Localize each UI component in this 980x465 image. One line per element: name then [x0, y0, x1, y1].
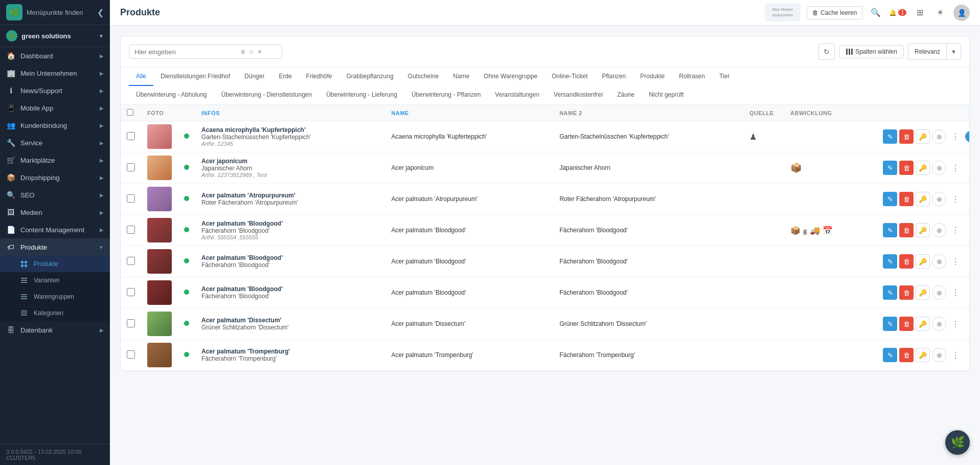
circle-button[interactable]: ⊕ [932, 129, 946, 144]
key-button[interactable]: 🔑 [916, 223, 930, 237]
sidebar-collapse-btn[interactable]: ❮ [97, 8, 104, 17]
edit-button[interactable]: ✎ [883, 192, 897, 206]
tab-nicht-geprueft[interactable]: Nicht geprüft [642, 86, 691, 104]
sidebar-subitem-varianten[interactable]: Varianten [0, 272, 110, 289]
tab-ueberwinterung-lieferung[interactable]: Überwinterung - Lieferung [319, 86, 404, 104]
edit-button[interactable]: ✎ [883, 348, 897, 362]
sidebar-item-news-support[interactable]: ℹ News/Support ▶ [0, 82, 110, 99]
key-button[interactable]: 🔑 [916, 129, 930, 144]
tab-rollrasen[interactable]: Rollrasen [672, 68, 712, 86]
delete-button[interactable]: 🗑 [899, 285, 914, 300]
sidebar-item-kundenbindung[interactable]: 👥 Kundenbindung ▶ [0, 117, 110, 134]
sidebar-subitem-produkte[interactable]: Produkte [0, 256, 110, 272]
sidebar-company[interactable]: 🌿 green solutions ▼ [0, 25, 110, 47]
tab-erde[interactable]: Erde [271, 68, 299, 86]
user-avatar[interactable]: 👤 [953, 5, 970, 21]
key-button[interactable]: 🔑 [916, 348, 930, 362]
edit-button[interactable]: ✎ [883, 129, 897, 144]
select-all-checkbox[interactable] [127, 109, 133, 116]
row-checkbox[interactable] [127, 350, 135, 359]
sort-relevanz-button[interactable]: Relevanz [908, 43, 947, 60]
row-checkbox[interactable] [127, 163, 135, 171]
tab-online-ticket[interactable]: Online-Ticket [544, 68, 595, 86]
more-menu-button[interactable]: ⋮ [948, 254, 963, 269]
edit-button[interactable]: ✎ [883, 161, 897, 175]
key-button[interactable]: 🔑 [916, 192, 930, 206]
more-menu-button[interactable]: ⋮ [948, 192, 963, 206]
sidebar-item-datenbank[interactable]: 🗄 Datenbank ▶ [0, 321, 110, 339]
tab-tier[interactable]: Tier [712, 68, 737, 86]
tab-veranstaltungen[interactable]: Veranstaltungen [488, 86, 546, 104]
floating-avatar-button[interactable]: 🌿 [945, 430, 970, 455]
more-menu-button[interactable]: ⋮ [948, 223, 963, 237]
edit-button[interactable]: ✎ [883, 285, 897, 300]
sidebar-item-content-management[interactable]: 📄 Content Management ▶ [0, 221, 110, 238]
help-bubble[interactable]: ? [965, 131, 969, 142]
tab-ueberwinterung-pflanzen[interactable]: Überwinterung - Pflanzen [404, 86, 488, 104]
key-button[interactable]: 🔑 [916, 317, 930, 331]
delete-button[interactable]: 🗑 [899, 129, 914, 144]
filter-icon[interactable]: ≡ [241, 48, 245, 56]
edit-button[interactable]: ✎ [883, 223, 897, 237]
sidebar-item-seo[interactable]: 🔍 SEO ▶ [0, 186, 110, 204]
sort-dropdown-button[interactable]: ▼ [947, 43, 961, 60]
key-button[interactable]: 🔑 [916, 285, 930, 300]
delete-button[interactable]: 🗑 [899, 192, 914, 206]
more-menu-button[interactable]: ⋮ [948, 161, 963, 175]
tab-grabbepflanzung[interactable]: Grabbepflanzung [339, 68, 401, 86]
sidebar-item-dropshipping[interactable]: 📦 Dropshipping ▶ [0, 169, 110, 186]
delete-button[interactable]: 🗑 [899, 348, 914, 362]
tab-pflanzen[interactable]: Pflanzen [595, 68, 633, 86]
sidebar-item-produkte[interactable]: 🏷 Produkte ▼ [0, 238, 110, 256]
tab-name[interactable]: Name [446, 68, 476, 86]
row-checkbox[interactable] [127, 288, 135, 296]
sidebar-subitem-warengruppen[interactable]: Warengruppen [0, 289, 110, 305]
tab-ueberwinterung-dienstleistungen[interactable]: Überwinterung - Dienstleistungen [214, 86, 319, 104]
circle-button[interactable]: ⊕ [932, 348, 946, 362]
row-checkbox[interactable] [127, 226, 135, 234]
sidebar-subitem-kategorien[interactable]: Kategorien [0, 305, 110, 321]
row-checkbox[interactable] [127, 319, 135, 327]
tab-friedhoefe[interactable]: Friedhöfe [299, 68, 339, 86]
edit-button[interactable]: ✎ [883, 317, 897, 331]
row-checkbox[interactable] [127, 257, 135, 265]
tab-gutscheine[interactable]: Gutscheine [401, 68, 446, 86]
tab-alle[interactable]: Alle [129, 68, 153, 86]
edit-button[interactable]: ✎ [883, 254, 897, 269]
more-menu-button[interactable]: ⋮ [948, 348, 963, 362]
key-button[interactable]: 🔑 [916, 161, 930, 175]
sidebar-item-medien[interactable]: 🖼 Medien ▶ [0, 204, 110, 221]
sidebar-item-service[interactable]: 🔧 Service ▶ [0, 134, 110, 151]
more-menu-button[interactable]: ⋮ [948, 317, 963, 331]
more-menu-button[interactable]: ⋮ [948, 285, 963, 300]
delete-button[interactable]: 🗑 [899, 223, 914, 237]
search-circle-icon[interactable]: ○ [249, 48, 253, 56]
row-checkbox[interactable] [127, 194, 135, 203]
sidebar-item-dashboard[interactable]: 🏠 Dashboard ▶ [0, 47, 110, 64]
circle-button[interactable]: ⊕ [932, 317, 946, 331]
search-input[interactable] [134, 48, 237, 56]
sidebar-item-mein-unternehmen[interactable]: 🏢 Mein Unternehmen ▶ [0, 64, 110, 82]
circle-button[interactable]: ⊕ [932, 192, 946, 206]
tab-versandkostenfrei[interactable]: Versandkostenfrei [546, 86, 610, 104]
sidebar-item-marktplaetze[interactable]: 🛒 Marktplätze ▶ [0, 151, 110, 169]
header-name[interactable]: Name [385, 105, 554, 121]
clear-search-icon[interactable]: × [258, 48, 262, 56]
circle-button[interactable]: ⊕ [932, 223, 946, 237]
tab-duenger[interactable]: Dünger [237, 68, 271, 86]
cache-clear-button[interactable]: 🗑 Cache leeren [807, 6, 862, 19]
circle-button[interactable]: ⊕ [932, 161, 946, 175]
more-menu-button[interactable]: ⋮ [948, 129, 963, 144]
delete-button[interactable]: 🗑 [899, 317, 914, 331]
circle-button[interactable]: ⊕ [932, 285, 946, 300]
tab-ohne-warengruppe[interactable]: Ohne Warengruppe [476, 68, 544, 86]
delete-button[interactable]: 🗑 [899, 161, 914, 175]
tab-dienstleistungen-friedhof[interactable]: Dienstleistungen Friedhof [153, 68, 237, 86]
delete-button[interactable]: 🗑 [899, 254, 914, 269]
row-checkbox[interactable] [127, 132, 135, 140]
circle-button[interactable]: ⊕ [932, 254, 946, 269]
header-infos[interactable]: Infos [195, 105, 385, 121]
sidebar-item-mobile-app[interactable]: 📱 Mobile App ▶ [0, 99, 110, 117]
tab-zaeune[interactable]: Zäune [610, 86, 642, 104]
notification-bell[interactable]: 🔔 1 [889, 9, 906, 16]
